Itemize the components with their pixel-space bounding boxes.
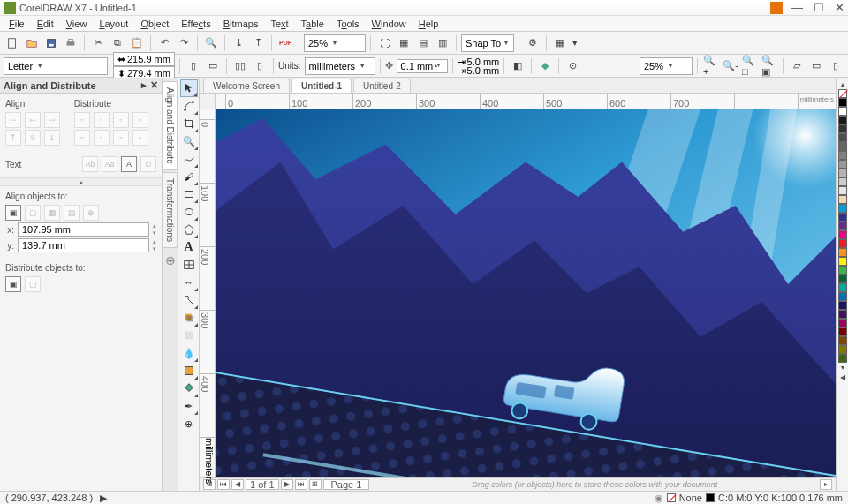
ruler-origin[interactable] (200, 94, 216, 109)
tab-align-distribute[interactable]: Align and Distribute (163, 81, 178, 170)
dist-center-h-button[interactable]: ▫ (94, 112, 110, 128)
paper-size-dropdown[interactable]: Letter▼ (4, 57, 108, 75)
help-badge-icon[interactable] (770, 2, 783, 14)
polygon-tool[interactable] (180, 221, 198, 238)
prev-page-button[interactable]: ◀ (231, 479, 244, 490)
y-field[interactable]: 139.7 mm (18, 238, 149, 252)
swatch[interactable] (838, 151, 847, 160)
dist-top-button[interactable]: ▫ (74, 130, 90, 146)
ellipse-tool[interactable] (180, 203, 198, 221)
current-page-button[interactable]: ▯ (251, 57, 269, 75)
outline-indicator[interactable] (706, 493, 715, 502)
swatch[interactable] (838, 230, 847, 239)
swatch[interactable] (838, 345, 847, 354)
menu-table[interactable]: Table (296, 18, 329, 30)
dist-spacing-h-button[interactable]: ▫ (113, 112, 129, 128)
dimension-tool[interactable]: ↔ (180, 274, 198, 291)
align-bottom-button[interactable]: ⤓ (44, 130, 60, 146)
swatch[interactable] (838, 124, 847, 133)
align-left-button[interactable]: ⤎ (5, 112, 21, 128)
drop-shadow-tool[interactable] (180, 309, 198, 327)
undo-button[interactable]: ↶ (155, 34, 173, 52)
add-page-after-button[interactable]: ⊞ (309, 479, 322, 490)
color-proof-icon[interactable]: ◉ (655, 493, 663, 504)
add-docker-button[interactable]: ⊕ (165, 253, 176, 267)
first-page-button[interactable]: ⏮ (217, 479, 230, 490)
tab-transformations[interactable]: Transformations (163, 172, 178, 248)
menu-bitmaps[interactable]: Bitmaps (218, 18, 264, 30)
freehand-tool[interactable] (180, 150, 198, 168)
portrait-button[interactable]: ▯ (185, 57, 202, 75)
x-field[interactable]: 107.95 mm (18, 222, 149, 237)
last-page-button[interactable]: ⏭ (295, 479, 307, 490)
alignto-grid-button[interactable]: ▤ (64, 205, 80, 221)
menu-object[interactable]: Object (135, 18, 174, 30)
swatch[interactable] (838, 336, 847, 345)
text-tool[interactable]: A (180, 238, 198, 256)
docker-expand-icon[interactable]: ▸ (141, 79, 147, 91)
menu-file[interactable]: File (4, 18, 30, 30)
alignto-active-button[interactable]: ▣ (5, 205, 21, 221)
swatch[interactable] (838, 275, 847, 283)
export-button[interactable]: ⤒ (249, 34, 267, 52)
palette-down[interactable]: ▾ (841, 363, 844, 372)
transparency-tool[interactable] (180, 327, 198, 344)
fullscreen-button[interactable]: ⛶ (375, 34, 393, 52)
table-tool[interactable] (180, 256, 198, 274)
doc-palette-menu[interactable]: ▸ (820, 479, 832, 490)
swatch[interactable] (838, 239, 847, 248)
text-box-button[interactable]: A (121, 156, 137, 172)
text-baseline-button[interactable]: Ab (82, 156, 98, 172)
dist-spacing-v-button[interactable]: ▫ (113, 130, 129, 146)
drawing-viewport[interactable] (216, 109, 836, 477)
swatch[interactable] (838, 310, 847, 319)
menu-tools[interactable]: Tools (331, 18, 365, 30)
distto-page-button[interactable]: ▢ (25, 276, 41, 292)
swatch[interactable] (838, 204, 847, 213)
swatch[interactable] (838, 160, 847, 169)
distto-selection-button[interactable]: ▣ (5, 276, 21, 292)
new-button[interactable] (4, 34, 21, 52)
minimize-button[interactable]: — (791, 1, 803, 14)
swatch-white[interactable] (838, 107, 847, 116)
swatch[interactable] (838, 248, 847, 257)
swatch-black[interactable] (838, 98, 847, 107)
zoom-in-button[interactable]: 🔍+ (702, 57, 720, 75)
alignto-point-button[interactable]: ⊕ (83, 205, 99, 221)
copy-button[interactable]: ⧉ (109, 34, 126, 52)
publish-pdf-button[interactable]: PDF (276, 34, 294, 52)
options-button[interactable]: ⚙ (524, 34, 541, 52)
swatch[interactable] (838, 133, 847, 142)
dist-bottom-button[interactable]: ▫ (132, 130, 148, 146)
paste-button[interactable]: 📋 (128, 34, 146, 52)
align-top-button[interactable]: ⤒ (5, 130, 21, 146)
show-rulers-button[interactable]: ▦ (395, 34, 413, 52)
page-tab-1[interactable]: Page 1 (323, 479, 370, 490)
shape-tool[interactable] (180, 97, 198, 115)
align-right-button[interactable]: ⤏ (44, 112, 60, 128)
swatch[interactable] (838, 266, 847, 275)
swatch[interactable] (838, 142, 847, 151)
swatch[interactable] (838, 186, 847, 195)
zoom-height-button[interactable]: ▯ (827, 57, 844, 75)
page-width-field[interactable]: ⬌215.9 mm (113, 52, 175, 66)
import-button[interactable]: ⤓ (230, 34, 247, 52)
smart-fill-tool[interactable] (180, 380, 198, 397)
treat-as-filled-button[interactable]: ◧ (509, 57, 526, 75)
toolbox-expand[interactable]: ⊕ (180, 415, 198, 433)
tab-untitled-2[interactable]: Untitled-2 (353, 79, 411, 93)
tab-untitled-1[interactable]: Untitled-1 (292, 79, 352, 93)
alignto-page-center-button[interactable]: ▦ (44, 205, 60, 221)
units-dropdown[interactable]: millimeters▼ (305, 57, 375, 75)
cut-button[interactable]: ✂ (89, 34, 107, 52)
zoom-tool[interactable]: 🔍 (180, 132, 198, 150)
menu-text[interactable]: Text (265, 18, 293, 30)
ruler-horizontal[interactable]: 0 100 200 300 400 500 600 700 millimeter… (216, 94, 836, 109)
next-page-button[interactable]: ▶ (281, 479, 293, 490)
zoom2-dropdown[interactable]: 25%▼ (640, 57, 693, 75)
options2-button[interactable]: ⊙ (564, 57, 581, 75)
swatch[interactable] (838, 354, 847, 363)
menu-window[interactable]: Window (367, 18, 412, 30)
zoom-selection-button[interactable]: 🔍□ (741, 57, 759, 75)
dist-left-button[interactable]: ▫ (74, 112, 90, 128)
